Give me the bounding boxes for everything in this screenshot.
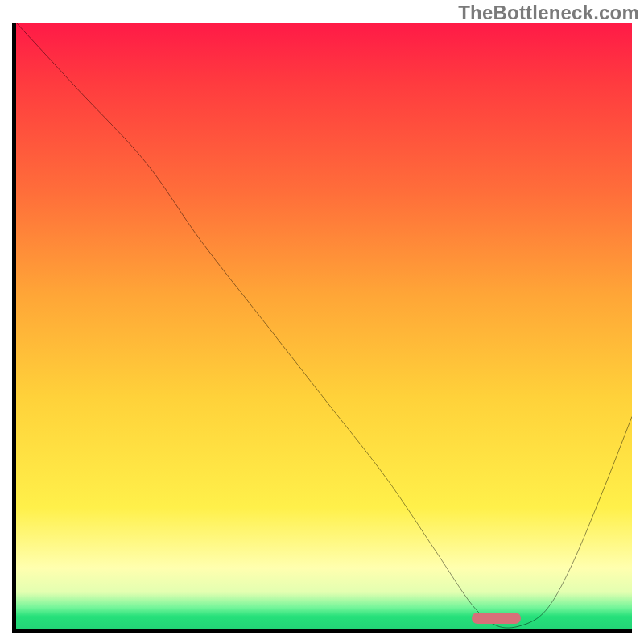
plot-area [12, 23, 632, 633]
chart-container: TheBottleneck.com [0, 0, 644, 644]
bottleneck-curve [16, 23, 632, 629]
optimum-marker [472, 613, 521, 624]
watermark-text: TheBottleneck.com [458, 2, 639, 24]
